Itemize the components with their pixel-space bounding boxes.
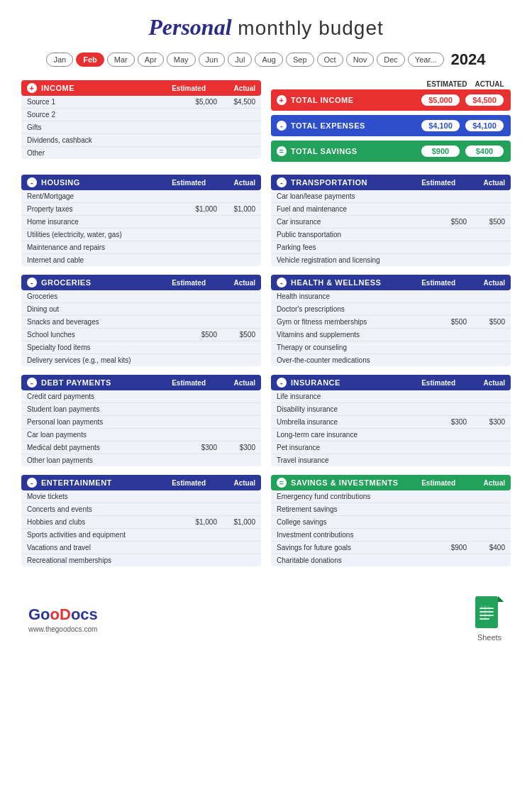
row-label: Movie tickets [27, 493, 182, 500]
table-row: Property taxes $1,000 $1,000 [21, 203, 261, 216]
table-row: Car insurance $500 $500 [271, 216, 511, 229]
health-rows: Health insurance Doctor's prescriptions … [271, 290, 511, 366]
row-label: Hobbies and clubs [27, 518, 182, 526]
month-tab-feb[interactable]: Feb [76, 53, 104, 67]
row-label: Over-the-counter medications [277, 356, 431, 364]
table-row: College savings [271, 516, 511, 529]
month-tab-jan[interactable]: Jan [46, 53, 73, 67]
debt-col2: Actual [220, 379, 255, 387]
main-grid: + INCOME Estimated Actual Source 1 $5,00… [21, 80, 511, 575]
row-actual: $300 [220, 444, 255, 451]
table-row: Snacks and beverages [21, 316, 261, 329]
entertainment-header: - ENTERTAINMENT Estimated Actual [21, 475, 261, 490]
row-label: Health insurance [277, 292, 431, 300]
table-row: Sports activities and equipment [21, 529, 261, 542]
year-tab[interactable]: Year... [408, 53, 444, 67]
row-label: Source 1 [27, 98, 182, 106]
row-label: Savings for future goals [277, 544, 431, 552]
year-label: Year... [415, 55, 437, 64]
month-tab-aug[interactable]: Aug [255, 53, 283, 67]
entertainment-label: ENTERTAINMENT [41, 478, 112, 487]
footer-url: www.thegoodocs.com [28, 625, 98, 633]
page: Personal monthly budget JanFebMarAprMayJ… [0, 0, 532, 663]
row-label: Long-term care insurance [277, 431, 431, 439]
insurance-col2: Actual [470, 379, 505, 387]
income-col2: Actual [220, 84, 255, 92]
month-tab-sep[interactable]: Sep [286, 53, 314, 67]
row-estimated: $500 [182, 331, 217, 339]
row-label: Student loan payments [27, 405, 182, 413]
health-col2: Actual [470, 279, 505, 287]
row-estimated: $300 [182, 444, 217, 451]
income-col1: Estimated [170, 84, 206, 92]
title-area: Personal monthly budget [21, 14, 511, 40]
entertainment-col1: Estimated [170, 479, 206, 487]
transportation-rows: Car loan/lease payments Fuel and mainten… [271, 190, 511, 266]
row-label: Doctor's prescriptions [277, 305, 431, 313]
month-tab-dec[interactable]: Dec [377, 53, 405, 67]
table-row: Public transportation [271, 229, 511, 241]
total-expenses-actual: $4,100 [464, 119, 505, 133]
debt-sign: - [27, 378, 37, 388]
income-sign: + [27, 83, 37, 93]
housing-header: - HOUSING Estimated Actual [21, 175, 261, 190]
svg-rect-4 [480, 611, 494, 613]
housing-section: - HOUSING Estimated Actual Rent/Mortgage… [21, 175, 261, 266]
svg-marker-2 [498, 596, 504, 602]
transportation-col1: Estimated [420, 179, 455, 187]
table-row: Utilities (electricity, water, gas) [21, 229, 261, 241]
row-label: Parking fees [277, 243, 431, 251]
table-row: Recreational memberships [21, 554, 261, 566]
title-monthly: monthly budget [232, 17, 384, 39]
row-label: Maintenance and repairs [27, 243, 182, 251]
table-row: Retirement savings [271, 503, 511, 516]
savings-label: SAVINGS & INVESTMENTS [291, 478, 398, 487]
logo-oo: o [50, 605, 60, 623]
table-row: Specialty food items [21, 341, 261, 354]
table-row: Doctor's prescriptions [271, 303, 511, 316]
total-income-estimated: $5,000 [420, 93, 461, 107]
table-row: Umbrella insurance $300 $300 [271, 416, 511, 429]
table-row: Other [21, 147, 261, 159]
month-tab-jun[interactable]: Jun [199, 53, 226, 67]
table-row: Dividends, cashback [21, 134, 261, 147]
footer: GooDocs www.thegoodocs.com Sheets [21, 596, 511, 642]
svg-rect-3 [480, 608, 494, 609]
row-actual: $400 [470, 544, 505, 552]
row-label: Source 2 [27, 111, 182, 119]
table-row: Internet and cable [21, 254, 261, 266]
table-row: Vacations and travel [21, 542, 261, 554]
insurance-rows: Life insurance Disability insurance Umbr… [271, 390, 511, 466]
month-tab-mar[interactable]: Mar [107, 53, 135, 67]
month-tab-apr[interactable]: Apr [138, 53, 164, 67]
groceries-section: - GROCERIES Estimated Actual Groceries D… [21, 275, 261, 366]
row-label: Fuel and maintenance [277, 205, 431, 213]
table-row: Pet insurance [271, 441, 511, 454]
table-row: Vitamins and supplements [271, 329, 511, 341]
entertainment-rows: Movie tickets Concerts and events Hobbie… [21, 490, 261, 566]
row-label: Car loan/lease payments [277, 192, 431, 200]
month-tab-may[interactable]: May [167, 53, 196, 67]
month-tab-jul[interactable]: Jul [228, 53, 252, 67]
table-row: Long-term care insurance [271, 429, 511, 441]
summary-col1-label: ESTIMATED [426, 80, 468, 88]
row-label: Other [27, 149, 182, 157]
savings-header: = SAVINGS & INVESTMENTS Estimated Actual [271, 475, 511, 490]
health-col1: Estimated [420, 279, 455, 287]
row-actual: $500 [470, 218, 505, 226]
debt-section: - DEBT PAYMENTS Estimated Actual Credit … [21, 375, 261, 466]
month-tab-nov[interactable]: Nov [346, 53, 375, 67]
month-tab-oct[interactable]: Oct [317, 53, 343, 67]
row-label: Sports activities and equipment [27, 531, 182, 539]
groceries-col2: Actual [220, 279, 255, 287]
row-label: Specialty food items [27, 344, 182, 351]
debt-label: DEBT PAYMENTS [41, 378, 111, 387]
table-row: Savings for future goals $900 $400 [271, 542, 511, 554]
row-label: Internet and cable [27, 256, 182, 264]
row-label: Travel insurance [277, 456, 431, 464]
row-label: Life insurance [277, 393, 431, 400]
table-row: Movie tickets [21, 490, 261, 503]
table-row: Parking fees [271, 241, 511, 254]
debt-rows: Credit card payments Student loan paymen… [21, 390, 261, 466]
table-row: Vehicle registration and licensing [271, 254, 511, 266]
